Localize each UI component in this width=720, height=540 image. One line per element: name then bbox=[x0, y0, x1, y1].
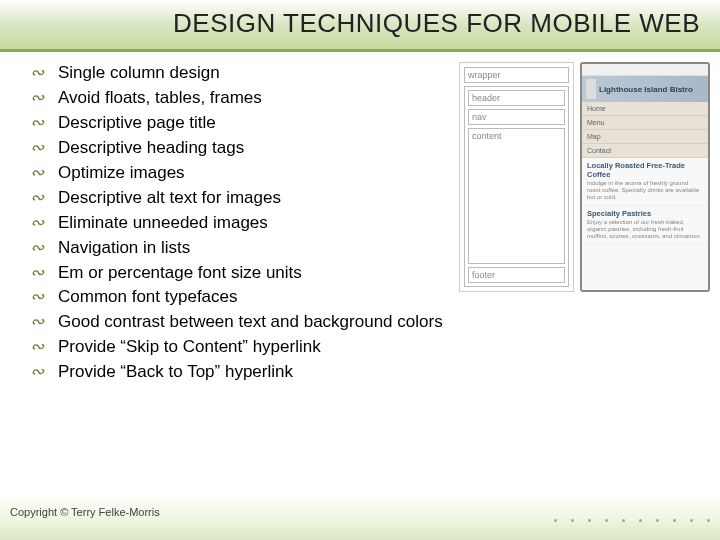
mockup-nav-item: Home bbox=[582, 102, 708, 116]
list-item: ∾Good contrast between text and backgrou… bbox=[30, 311, 455, 334]
bullet-icon: ∾ bbox=[30, 286, 48, 309]
wireframe-wrapper-label: wrapper bbox=[464, 67, 569, 83]
bullet-icon: ∾ bbox=[30, 237, 48, 260]
list-item: ∾Descriptive heading tags bbox=[30, 137, 455, 160]
bullet-text: Descriptive page title bbox=[58, 112, 216, 135]
list-item: ∾Eliminate unneeded images bbox=[30, 212, 455, 235]
mockup-nav-item: Menu bbox=[582, 116, 708, 130]
bullet-icon: ∾ bbox=[30, 311, 48, 334]
mockup-nav-item: Map bbox=[582, 130, 708, 144]
wireframe-wrapper-box: header nav content footer bbox=[464, 86, 569, 287]
mockup-browser-chrome bbox=[582, 64, 708, 76]
list-item: ∾Avoid floats, tables, frames bbox=[30, 87, 455, 110]
slide-footer: Copyright © Terry Felke-Morris bbox=[0, 492, 720, 540]
bullet-text: Descriptive heading tags bbox=[58, 137, 244, 160]
mockup-hero: Lighthouse Island Bistro bbox=[582, 76, 708, 102]
wireframe-header: header bbox=[468, 90, 565, 106]
list-item: ∾Provide “Back to Top” hyperlink bbox=[30, 361, 455, 384]
list-item: ∾Optimize images bbox=[30, 162, 455, 185]
bullet-text: Navigation in lists bbox=[58, 237, 190, 260]
mockup-brand: Lighthouse Island Bistro bbox=[599, 85, 693, 94]
bullet-icon: ∾ bbox=[30, 162, 48, 185]
mobile-mockup: Lighthouse Island Bistro Home Menu Map C… bbox=[580, 62, 710, 292]
list-item: ∾Descriptive alt text for images bbox=[30, 187, 455, 210]
slide-content: ∾Single column design ∾Avoid floats, tab… bbox=[0, 52, 720, 386]
bullet-text: Provide “Skip to Content” hyperlink bbox=[58, 336, 321, 359]
mockup-section-body: Enjoy a selection of our fresh-baked, or… bbox=[587, 219, 703, 241]
mockup-nav: Home Menu Map Contact bbox=[582, 102, 708, 158]
mockup-section: Specialty Pastries Enjoy a selection of … bbox=[582, 206, 708, 245]
lighthouse-icon bbox=[586, 79, 596, 99]
bullet-icon: ∾ bbox=[30, 361, 48, 384]
mockup-section-body: Indulge in the aroma of freshly ground r… bbox=[587, 180, 703, 202]
bullet-list: ∾Single column design ∾Avoid floats, tab… bbox=[30, 62, 455, 386]
bullet-text: Provide “Back to Top” hyperlink bbox=[58, 361, 293, 384]
wireframe-content: content bbox=[468, 128, 565, 264]
bullet-icon: ∾ bbox=[30, 137, 48, 160]
mockup-section-title: Specialty Pastries bbox=[587, 209, 703, 218]
wireframe-diagram: wrapper header nav content footer bbox=[459, 62, 574, 292]
bullet-icon: ∾ bbox=[30, 212, 48, 235]
list-item: ∾Provide “Skip to Content” hyperlink bbox=[30, 336, 455, 359]
list-item: ∾Common font typefaces bbox=[30, 286, 455, 309]
bullet-text: Good contrast between text and backgroun… bbox=[58, 311, 443, 334]
bullet-icon: ∾ bbox=[30, 87, 48, 110]
footer-decoration bbox=[554, 519, 710, 522]
mockup-section-title: Locally Roasted Free-Trade Coffee bbox=[587, 161, 703, 179]
list-item: ∾Descriptive page title bbox=[30, 112, 455, 135]
bullet-text: Em or percentage font size units bbox=[58, 262, 302, 285]
bullet-text: Descriptive alt text for images bbox=[58, 187, 281, 210]
wireframe-footer: footer bbox=[468, 267, 565, 283]
copyright-text: Copyright © Terry Felke-Morris bbox=[10, 506, 160, 518]
bullet-icon: ∾ bbox=[30, 62, 48, 85]
bullet-text: Optimize images bbox=[58, 162, 185, 185]
bullet-text: Eliminate unneeded images bbox=[58, 212, 268, 235]
list-item: ∾Navigation in lists bbox=[30, 237, 455, 260]
bullet-text: Common font typefaces bbox=[58, 286, 238, 309]
bullet-icon: ∾ bbox=[30, 112, 48, 135]
bullet-icon: ∾ bbox=[30, 336, 48, 359]
bullet-text: Avoid floats, tables, frames bbox=[58, 87, 262, 110]
mockup-nav-item: Contact bbox=[582, 144, 708, 158]
mockup-section: Locally Roasted Free-Trade Coffee Indulg… bbox=[582, 158, 708, 206]
bullet-text: Single column design bbox=[58, 62, 220, 85]
bullet-icon: ∾ bbox=[30, 262, 48, 285]
figures: wrapper header nav content footer Lighth… bbox=[459, 62, 710, 386]
slide-title: DESIGN TECHNIQUES FOR MOBILE WEB bbox=[0, 0, 720, 52]
list-item: ∾Single column design bbox=[30, 62, 455, 85]
bullet-icon: ∾ bbox=[30, 187, 48, 210]
list-item: ∾Em or percentage font size units bbox=[30, 262, 455, 285]
wireframe-nav: nav bbox=[468, 109, 565, 125]
